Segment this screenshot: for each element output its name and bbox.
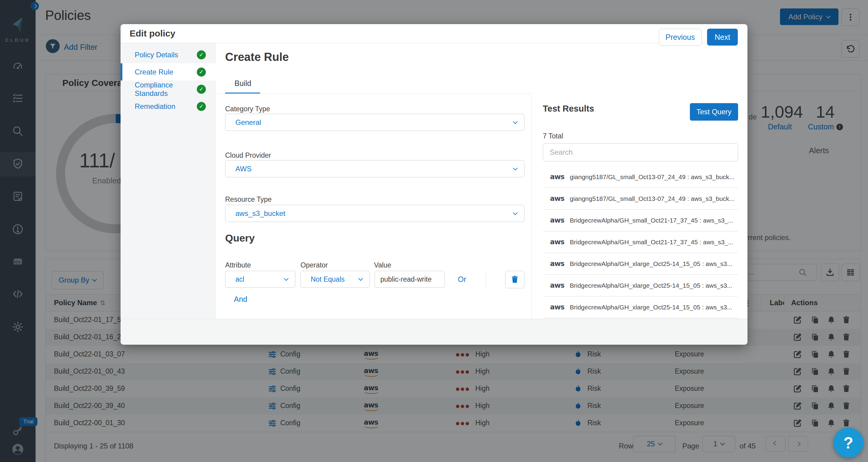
operator-value: Not Equals xyxy=(311,275,345,284)
step-complete-icon: ✓ xyxy=(197,85,206,94)
delete-query-row-button[interactable] xyxy=(505,271,524,288)
category-type-select[interactable]: General xyxy=(225,114,524,131)
test-result-item[interactable]: awsBridgecrewAlpha/GH_xlarge_Oct25-14_15… xyxy=(543,296,738,318)
trash-icon xyxy=(510,275,519,284)
test-result-item[interactable]: awsgiangng5187/GL_small_Oct13-07_24_49 :… xyxy=(543,188,738,210)
value-label: Value xyxy=(374,261,391,269)
chevron-down-icon xyxy=(358,276,363,281)
step-complete-icon: ✓ xyxy=(197,50,206,59)
chevron-down-icon xyxy=(513,119,518,124)
modal-steps-nav: Policy Details✓ Create Rule✓ Compliance … xyxy=(121,43,216,319)
aws-icon: aws xyxy=(550,304,564,311)
operator-select[interactable]: Not Equals xyxy=(301,271,370,288)
divider xyxy=(531,93,532,319)
step-label: Remediation xyxy=(135,102,176,111)
step-label: Policy Details xyxy=(135,51,178,59)
cloud-provider-value: AWS xyxy=(236,165,252,173)
step-complete-icon: ✓ xyxy=(197,67,206,77)
attribute-value: acl xyxy=(236,275,244,284)
test-result-item[interactable]: awsBridgecrewAlpha/GH_small_Oct21-17_37_… xyxy=(543,210,738,231)
aws-icon: aws xyxy=(550,238,564,246)
or-button[interactable]: Or xyxy=(458,275,466,284)
screen: CLOUD xyxy=(0,0,868,462)
test-results-search-input[interactable] xyxy=(543,143,738,161)
edit-policy-modal: Edit policy ✕ Policy Details✓ Create Rul… xyxy=(121,24,747,345)
result-text: BridgecrewAlpha/GH_xlarge_Oct25-14_15_05… xyxy=(569,260,732,267)
step-label: Compliance Standards xyxy=(135,81,197,98)
aws-icon: aws xyxy=(550,217,564,224)
aws-icon: aws xyxy=(550,173,564,180)
resource-type-label: Resource Type xyxy=(225,195,272,204)
next-button[interactable]: Next xyxy=(707,29,738,46)
step-compliance-standards[interactable]: Compliance Standards✓ xyxy=(121,81,216,98)
test-result-item[interactable]: awsBridgecrewAlpha/GH_small_Oct21-17_37_… xyxy=(543,231,738,253)
attribute-select[interactable]: acl xyxy=(225,271,296,288)
test-result-item[interactable]: awsBridgecrewAlpha/GH_xlarge_Oct25-14_15… xyxy=(543,275,738,296)
modal-section-heading: Create Rule xyxy=(225,51,289,64)
query-heading: Query xyxy=(225,232,255,244)
tab-build[interactable]: Build xyxy=(235,79,251,88)
category-type-label: Category Type xyxy=(225,105,270,113)
test-results-list: awsgiangng5187/GL_small_Oct13-07_24_49 :… xyxy=(543,166,738,318)
resource-type-select[interactable]: aws_s3_bucket xyxy=(225,205,524,222)
operator-label: Operator xyxy=(301,261,328,269)
result-text: BridgecrewAlpha/GH_small_Oct21-17_37_45 … xyxy=(569,238,733,246)
test-results-title: Test Results xyxy=(543,104,594,114)
result-text: BridgecrewAlpha/GH_xlarge_Oct25-14_15_05… xyxy=(569,282,732,289)
resource-type-value: aws_s3_bucket xyxy=(236,209,285,218)
modal-title: Edit policy xyxy=(130,28,176,38)
chevron-down-icon xyxy=(513,166,518,170)
chevron-down-icon xyxy=(513,210,518,215)
cloud-provider-select[interactable]: AWS xyxy=(225,160,524,177)
chevron-down-icon xyxy=(284,276,289,281)
divider xyxy=(486,271,486,288)
result-text: BridgecrewAlpha/GH_small_Oct21-17_37_45 … xyxy=(569,217,733,224)
step-label: Create Rule xyxy=(135,68,173,76)
previous-button[interactable]: Previous xyxy=(659,29,702,46)
test-result-item[interactable]: awsBridgecrewAlpha/GH_xlarge_Oct25-14_15… xyxy=(543,253,738,275)
divider xyxy=(216,93,531,94)
step-create-rule[interactable]: Create Rule✓ xyxy=(121,63,216,81)
result-text: giangng5187/GL_small_Oct13-07_24_49 : aw… xyxy=(569,173,734,181)
aws-icon: aws xyxy=(550,282,564,289)
value-input[interactable] xyxy=(375,271,445,288)
test-result-item[interactable]: awsgiangng5187/GL_small_Oct13-07_24_49 :… xyxy=(543,166,738,188)
help-button[interactable]: ? xyxy=(833,428,864,458)
test-query-button[interactable]: Test Query xyxy=(690,103,738,121)
result-text: BridgecrewAlpha/GH_xlarge_Oct25-14_15_05… xyxy=(569,304,732,311)
aws-icon: aws xyxy=(550,260,564,267)
step-remediation[interactable]: Remediation✓ xyxy=(121,98,216,115)
step-complete-icon: ✓ xyxy=(197,102,206,111)
aws-icon: aws xyxy=(550,195,564,202)
step-policy-details[interactable]: Policy Details✓ xyxy=(121,46,216,63)
category-type-value: General xyxy=(236,118,261,127)
attribute-label: Attribute xyxy=(225,261,251,269)
cloud-provider-label: Cloud Provider xyxy=(225,151,271,160)
and-button[interactable]: And xyxy=(234,295,247,304)
test-results-total: 7 Total xyxy=(543,132,563,140)
result-text: giangng5187/GL_small_Oct13-07_24_49 : aw… xyxy=(569,195,734,202)
modal-footer xyxy=(121,319,747,345)
